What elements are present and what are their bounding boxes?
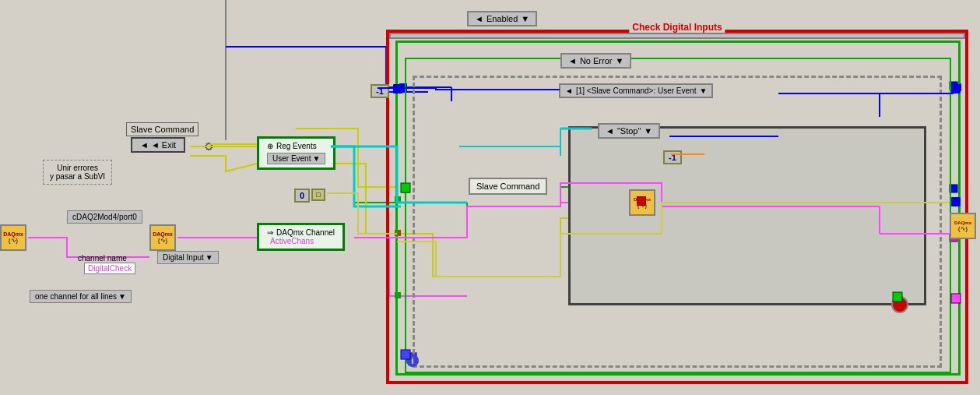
main-canvas: ◄ Enabled ▼ Check Digital Inputs ◄ No Er… <box>0 0 980 395</box>
arrow-left-icon3: ◄ <box>606 126 614 136</box>
arrow-down-icon: ▼ <box>521 14 529 23</box>
reg-events-box: ⊕ Reg Events User Event ▼ <box>257 136 335 170</box>
daqmx-icon-mid: DAQmx {∿} <box>149 224 176 251</box>
red-error-indicator <box>637 196 646 206</box>
reg-events-icon: ⊕ <box>267 142 273 150</box>
one-channel-dropdown[interactable]: one channel for all lines ▼ <box>30 290 132 303</box>
stop-label: "Stop" <box>617 126 641 136</box>
dropdown-arrow2: ▼ <box>205 253 213 262</box>
stop-circle-button[interactable] <box>891 296 908 313</box>
channel-name-label: channel name <box>78 254 127 263</box>
num-const-neg1-left: -1 <box>371 84 389 98</box>
slave-command-label-box: Slave Command <box>126 122 198 136</box>
exit-arrow-icon: ◄ <box>140 140 149 150</box>
slave-cmd-event-label: [1] <Slave Command>: User Event <box>576 86 697 95</box>
enabled-button[interactable]: ◄ Enabled ▼ <box>467 11 537 26</box>
dropdown-arrow: ▼ <box>312 154 320 163</box>
num-const-zero: 0 <box>294 189 310 203</box>
arrow-left-icon: ◄ <box>475 14 483 23</box>
num-const-neg1-right: -1 <box>663 150 682 164</box>
no-error-button[interactable] <box>389 33 965 39</box>
exit-label: ◄ Exit <box>151 140 176 150</box>
arrow-down-icon2: ▼ <box>699 86 707 95</box>
check-digital-title: Check Digital Inputs <box>629 22 725 33</box>
user-event-dropdown[interactable]: User Event ▼ <box>267 153 325 164</box>
arrow-left-icon: ◄ <box>568 56 577 65</box>
stop-button[interactable]: ◄ "Stop" ▼ <box>598 123 660 139</box>
enabled-label: Enabled <box>486 14 518 23</box>
unir-errores-box: Unir errores y pasar a SubVI <box>43 160 112 185</box>
no-error-button[interactable]: ◄ No Error ▼ <box>560 53 631 69</box>
cdaq-box[interactable]: cDAQ2Mod4/port0 <box>67 210 142 224</box>
no-error-label: No Error <box>580 56 613 65</box>
daqmx-channel-label: DAQmx Channel <box>276 228 335 237</box>
digital-input-dropdown[interactable]: Digital Input ▼ <box>157 251 219 264</box>
slave-command-inner-box: Slave Command <box>469 178 547 195</box>
active-chans-label: ActiveChans <box>267 237 335 245</box>
digital-check-input[interactable]: DigitalCheck <box>84 263 135 274</box>
daqmx-channel-box: ⇒ DAQmx Channel ActiveChans <box>257 223 345 251</box>
daqmx-icon-right: DAQmx {∿} <box>950 213 976 239</box>
info-icon[interactable]: i <box>406 354 419 367</box>
daqmx-arrow-icon: ⇒ <box>267 228 273 237</box>
case-structure <box>568 126 926 305</box>
arrow-down-icon3: ▼ <box>644 126 652 136</box>
exit-button[interactable]: ◄ ◄ Exit <box>131 137 185 153</box>
array-icon: □ <box>311 189 325 201</box>
arrow-left-icon2: ◄ <box>565 86 573 95</box>
gear-icon: ⚙ <box>204 140 214 153</box>
arrow-right-icon: ▼ <box>615 56 623 65</box>
reg-events-label: Reg Events <box>276 142 317 150</box>
daqmx-icon-left: DAQmx {∿} <box>0 224 26 251</box>
dropdown-arrow3: ▼ <box>118 292 126 301</box>
slave-cmd-event-button[interactable]: ◄ [1] <Slave Command>: User Event ▼ <box>559 83 713 98</box>
